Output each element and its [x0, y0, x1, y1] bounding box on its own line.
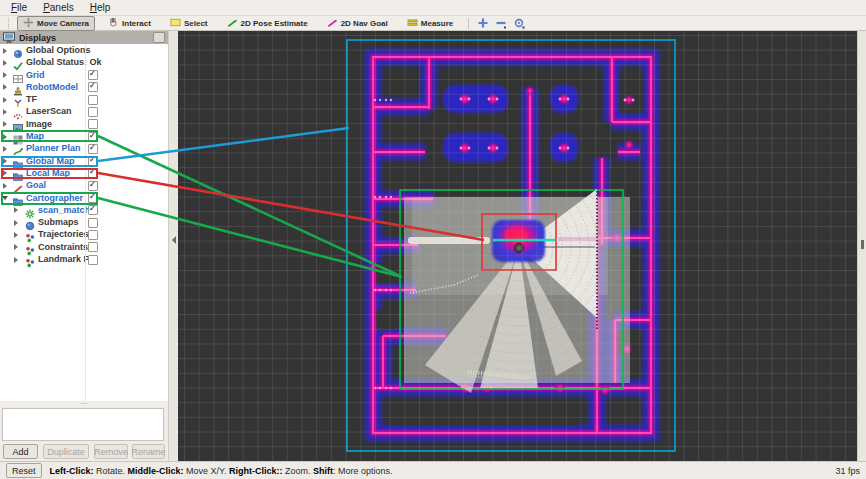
display-row-grid[interactable]: Grid [0, 69, 168, 81]
pose-estimate-pen-icon [227, 17, 238, 30]
display-checkbox[interactable] [88, 95, 98, 105]
robot-model-icon [13, 82, 23, 92]
expander-icon[interactable] [3, 121, 7, 127]
display-checkbox[interactable] [88, 230, 98, 240]
display-row-robotmodel[interactable]: RobotModel [0, 81, 168, 93]
display-row-map[interactable]: Map [0, 130, 168, 142]
expander-icon[interactable] [14, 257, 18, 263]
duplicate-display-button[interactable]: Duplicate [43, 444, 89, 459]
panel-splitter[interactable]: ⋯ [0, 401, 168, 407]
right-panel-splitter[interactable] [857, 31, 866, 461]
tool-select[interactable]: Select [164, 16, 214, 31]
display-row-trajectories[interactable]: Trajectories [0, 228, 168, 240]
robot-model [514, 243, 523, 252]
expander-icon[interactable] [3, 97, 7, 103]
display-row-submaps[interactable]: Submaps [0, 216, 168, 228]
panel-float-button[interactable] [153, 32, 165, 43]
expander-icon[interactable] [3, 146, 7, 152]
display-row-local-map[interactable]: Local Map [0, 167, 168, 179]
display-checkbox[interactable] [88, 255, 98, 265]
display-label: Global Status: Ok [26, 57, 102, 67]
move-camera-icon [23, 17, 34, 30]
display-row-scan-matched[interactable]: scan_match… [0, 204, 168, 216]
display-label: Constraints [38, 242, 88, 252]
display-label: Cartographer [26, 193, 83, 203]
goal-pen-icon [13, 180, 23, 190]
display-checkbox[interactable] [88, 218, 98, 228]
display-label: Global Map [26, 156, 75, 166]
display-checkbox[interactable] [88, 107, 98, 117]
display-row-global-status[interactable]: Global Status: Ok [0, 56, 168, 68]
reset-button[interactable]: Reset [6, 463, 42, 478]
zoom-in-button[interactable] [476, 17, 490, 30]
display-checkbox[interactable] [88, 168, 98, 178]
display-label: Image [26, 119, 52, 129]
tool-2d-pose-estimate[interactable]: 2D Pose Estimate [221, 16, 314, 31]
add-display-button[interactable]: Add [3, 444, 38, 459]
display-label: Global Options [26, 45, 91, 55]
display-checkbox[interactable] [88, 181, 98, 191]
display-checkbox[interactable] [88, 205, 98, 215]
folder-icon [13, 156, 23, 166]
menu-help[interactable]: Help [83, 1, 118, 14]
expander-icon[interactable] [3, 48, 7, 54]
display-checkbox[interactable] [88, 119, 98, 129]
display-checkbox[interactable] [88, 242, 98, 252]
node-dots-icon [25, 229, 35, 239]
scene-svg [178, 31, 857, 461]
tool-measure[interactable]: Measure [401, 16, 459, 31]
display-checkbox[interactable] [88, 132, 98, 142]
expander-icon[interactable] [3, 183, 7, 189]
expander-icon[interactable] [3, 72, 7, 78]
menu-file[interactable]: File [4, 1, 34, 14]
expander-icon[interactable] [3, 109, 7, 115]
fps-counter: 31 fps [835, 466, 860, 476]
image-icon [13, 119, 23, 129]
display-row-landmark-poses[interactable]: Landmark P… [0, 253, 168, 265]
display-row-tf[interactable]: TF [0, 93, 168, 105]
display-label: TF [26, 94, 37, 104]
display-row-goal[interactable]: Goal [0, 179, 168, 191]
node-dots-icon [25, 254, 35, 264]
display-row-laserscan[interactable]: LaserScan [0, 105, 168, 117]
display-label: Goal [26, 180, 46, 190]
tool-2d-nav-goal[interactable]: 2D Nav Goal [321, 16, 394, 31]
display-checkbox[interactable] [88, 156, 98, 166]
splitter-collapse-icon[interactable] [172, 236, 176, 244]
display-row-global-options[interactable]: Global Options [0, 44, 168, 56]
display-row-global-map[interactable]: Global Map [0, 155, 168, 167]
tool-interact[interactable]: Interact [102, 16, 157, 31]
menu-panels[interactable]: Panels [36, 1, 81, 14]
expander-icon[interactable] [14, 207, 18, 213]
expander-icon[interactable] [3, 134, 7, 140]
expander-icon[interactable] [3, 60, 7, 66]
display-checkbox[interactable] [88, 144, 98, 154]
display-row-constraints[interactable]: Constraints [0, 241, 168, 253]
tool-label: Move Camera [37, 19, 89, 28]
display-row-cartographer[interactable]: Cartographer [0, 192, 168, 204]
rename-display-button[interactable]: Rename [132, 444, 165, 459]
expander-icon[interactable] [14, 220, 18, 226]
expander-icon[interactable] [14, 244, 18, 250]
tool-label: Interact [122, 19, 151, 28]
tree-column-divider [85, 44, 86, 401]
focus-camera-button[interactable] [512, 17, 526, 30]
right-splitter-handle-icon[interactable] [861, 240, 864, 249]
expander-icon[interactable] [3, 170, 7, 176]
expander-icon[interactable] [3, 158, 7, 164]
expander-icon[interactable] [3, 84, 7, 90]
display-row-planner-plan[interactable]: Planner Plan [0, 142, 168, 154]
render-viewport[interactable] [178, 31, 857, 461]
nav-goal-pen-icon [327, 17, 338, 30]
zoom-out-button[interactable] [494, 17, 508, 30]
display-checkbox[interactable] [88, 82, 98, 92]
expander-icon[interactable] [2, 196, 8, 203]
expander-icon[interactable] [14, 232, 18, 238]
tool-move-camera[interactable]: Move Camera [17, 16, 95, 31]
display-label: LaserScan [26, 106, 72, 116]
display-checkbox[interactable] [88, 70, 98, 80]
display-checkbox[interactable] [88, 193, 98, 203]
tool-label: Measure [421, 19, 453, 28]
remove-display-button[interactable]: Remove [94, 444, 128, 459]
display-row-image[interactable]: Image [0, 118, 168, 130]
